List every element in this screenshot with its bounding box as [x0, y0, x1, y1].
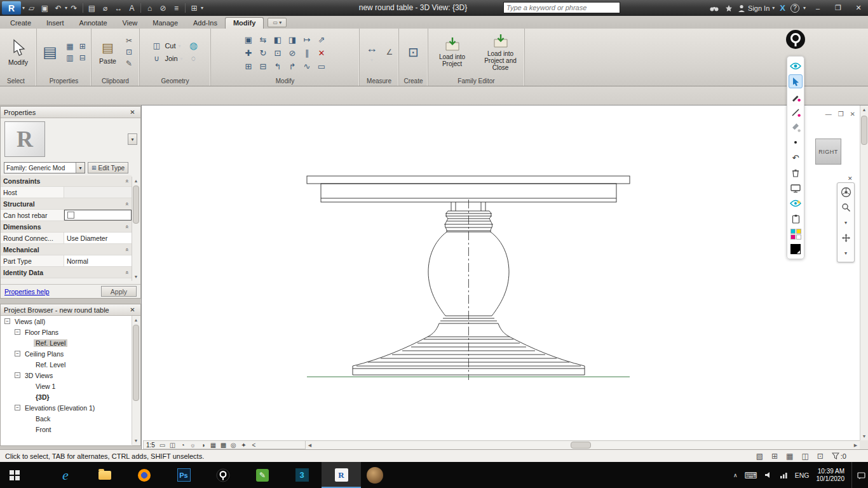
show-hide-overlay-icon[interactable]: [789, 59, 803, 73]
tree-item-front[interactable]: Front: [1, 424, 132, 435]
tray-chevron-icon[interactable]: ∧: [733, 472, 738, 478]
subscription-icon[interactable]: [724, 2, 734, 14]
properties-palette-header[interactable]: Properties ✕: [1, 107, 140, 118]
color-cyan-swatch[interactable]: [790, 229, 796, 234]
scrollbar-thumb[interactable]: [133, 325, 139, 401]
qat-measure-icon[interactable]: ⌀: [99, 2, 111, 14]
panel-label-select[interactable]: Select▾: [0, 76, 36, 85]
move-icon[interactable]: ✚: [241, 46, 255, 59]
language-indicator[interactable]: ENG: [795, 471, 810, 479]
taskbar-clock[interactable]: 10:39 AM 10/1/2020: [817, 468, 845, 483]
type-properties-icon[interactable]: ▥: [64, 53, 76, 63]
edit-type-button[interactable]: ⊞ Edit Type: [88, 162, 128, 173]
angle-dimension-icon[interactable]: ∠: [384, 47, 395, 57]
tab-insert[interactable]: Insert: [39, 18, 72, 29]
mirror-axis-icon[interactable]: ◧: [271, 33, 285, 46]
qat-section-icon[interactable]: ⊘: [157, 2, 169, 14]
crop-region-icon[interactable]: ▩: [219, 442, 227, 449]
qat-save-icon[interactable]: ▣: [39, 2, 51, 14]
qat-3d-view-icon[interactable]: ⌂: [144, 2, 156, 14]
property-row-host[interactable]: Host: [1, 187, 132, 198]
qat-text-icon[interactable]: A: [126, 2, 138, 14]
taskbar-epic-pen-icon[interactable]: [203, 462, 243, 488]
load-into-project-button[interactable]: Load into Project: [430, 35, 475, 69]
scale-icon[interactable]: ⇗: [315, 33, 329, 46]
project-browser-header[interactable]: Project Browser - new round table ✕: [1, 304, 140, 316]
copy-icon[interactable]: ⊡: [271, 46, 285, 59]
section-row-structural[interactable]: Structural «: [1, 198, 132, 210]
temporary-hide-icon[interactable]: ◎: [229, 442, 238, 449]
modify-tool-button[interactable]: Modify: [5, 37, 31, 67]
tab-modify[interactable]: Modify: [225, 17, 264, 29]
viewbar-collapse-icon[interactable]: <: [250, 442, 258, 449]
drawing-area[interactable]: — ❐ ✕ ▲ ▼ 1:5 ▭ ◫ ◔ ☼ ◑ ▦ ▩ ◎ ✦ < ◀ ▶: [142, 105, 868, 449]
unpin-icon[interactable]: ⊟: [256, 60, 270, 72]
qat-undo-icon[interactable]: ↶: [52, 2, 64, 14]
annotation-app-logo[interactable]: [785, 29, 806, 51]
section-row-identity-data[interactable]: Identity Data «: [1, 267, 132, 278]
cut-geometry-button[interactable]: ◫ Cut ▾: [151, 41, 182, 51]
project-browser-close-icon[interactable]: ✕: [128, 306, 137, 315]
background-processes-icon[interactable]: ⊡: [817, 452, 824, 461]
reveal-hidden-icon[interactable]: ✦: [240, 442, 248, 449]
press-drag-icon[interactable]: ◫: [801, 452, 808, 461]
tab-annotate[interactable]: Annotate: [72, 18, 115, 29]
scroll-up-icon[interactable]: ▲: [132, 177, 140, 185]
crop-view-icon[interactable]: ▦: [209, 442, 217, 449]
family-preview-image[interactable]: R: [4, 121, 45, 157]
exchange-apps-icon[interactable]: X: [778, 2, 787, 14]
split-gap-icon[interactable]: ∿: [300, 60, 314, 72]
qat-switch-windows-icon[interactable]: ⊞: [188, 2, 200, 14]
tree-item-elevations[interactable]: −Elevations (Elevation 1): [1, 402, 132, 413]
qat-redo-icon[interactable]: ↷: [68, 2, 80, 14]
tab-view[interactable]: View: [115, 18, 146, 29]
worksets-icon[interactable]: ▧: [756, 452, 763, 461]
apply-button[interactable]: Apply: [101, 286, 137, 297]
taskbar-firefox-icon[interactable]: [125, 462, 164, 488]
scroll-up-icon[interactable]: ▲: [860, 105, 868, 114]
help-icon[interactable]: ?: [790, 4, 799, 13]
color-palette-icon[interactable]: [789, 227, 803, 241]
join-geometry-button[interactable]: ∪ Join ▾: [151, 53, 182, 64]
qat-open-icon[interactable]: ▱: [25, 2, 37, 14]
visual-style-icon[interactable]: ◫: [168, 442, 177, 449]
demolish-icon[interactable]: ▭: [315, 60, 329, 72]
scroll-left-icon[interactable]: ◀: [306, 441, 314, 449]
design-options-icon[interactable]: ⊞: [771, 452, 778, 461]
minimize-button[interactable]: –: [810, 2, 826, 14]
solid-sphere-icon[interactable]: ◍: [188, 41, 200, 51]
collapse-node-icon[interactable]: −: [15, 405, 20, 410]
section-row-mechanical[interactable]: Mechanical «: [1, 244, 132, 255]
section-row-dimensions[interactable]: Dimensions «: [1, 221, 132, 233]
volume-icon[interactable]: [764, 471, 773, 478]
qat-undo-caret-icon[interactable]: ▾: [65, 5, 67, 11]
view-scale-button[interactable]: 1:5: [146, 442, 155, 449]
scroll-right-icon[interactable]: ▶: [851, 441, 860, 449]
trim-corner-icon[interactable]: ↰: [271, 60, 285, 72]
zoom-button[interactable]: [839, 201, 852, 214]
detail-level-icon[interactable]: ▭: [158, 442, 166, 449]
pen-tool-icon[interactable]: [789, 90, 803, 104]
qat-dimension-icon[interactable]: ↔: [112, 2, 125, 14]
cope-icon[interactable]: ◌: [188, 53, 200, 64]
tab-addins[interactable]: Add-Ins: [186, 18, 225, 29]
navbar-more-caret-icon[interactable]: ▾: [839, 247, 852, 259]
load-into-project-and-close-button[interactable]: Load into Project and Close: [478, 32, 524, 73]
brush-size-icon[interactable]: [789, 135, 803, 149]
pin-icon[interactable]: ∥: [300, 46, 314, 59]
properties-help-link[interactable]: Properties help: [4, 288, 50, 295]
collapse-node-icon[interactable]: −: [15, 351, 20, 356]
taskbar-revit-icon[interactable]: R: [322, 462, 361, 488]
parameters-icon[interactable]: ⊟: [77, 53, 88, 63]
selection-filter-button[interactable]: :0: [832, 452, 846, 460]
collapse-node-icon[interactable]: −: [15, 329, 20, 335]
undo-icon[interactable]: ↶: [789, 151, 803, 165]
color-white-swatch[interactable]: [796, 234, 801, 240]
zoom-caret-icon[interactable]: ▾: [839, 216, 852, 229]
delete-icon[interactable]: ✕: [315, 46, 329, 59]
tab-create[interactable]: Create: [3, 18, 39, 29]
split-icon[interactable]: ↦: [300, 33, 314, 46]
taskbar-app-icon[interactable]: [361, 462, 389, 488]
copy-to-clipboard-icon[interactable]: ⊡: [123, 47, 135, 57]
mirror-pick-icon[interactable]: ◨: [285, 33, 299, 46]
